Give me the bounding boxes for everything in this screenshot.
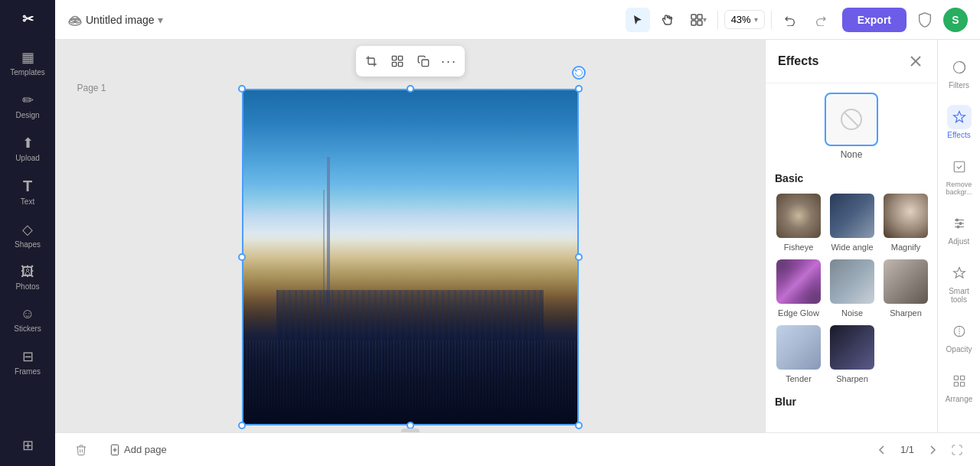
arrange-icon-bg [947, 369, 972, 393]
crop-button[interactable] [359, 49, 384, 73]
export-button[interactable]: Export [842, 8, 906, 32]
handle-br[interactable] [575, 422, 583, 429]
effect-item-magnify[interactable]: Magnify [882, 192, 929, 252]
sidebar-item-design[interactable]: ✏ Design [5, 86, 51, 125]
handle-tr[interactable] [575, 85, 583, 93]
none-option: None [775, 93, 928, 160]
sidebar-item-templates[interactable]: ▦ Templates [5, 43, 51, 83]
hand-tool-button[interactable] [656, 8, 681, 32]
top-bar: Untitled image ▾ ▾ 43% ▾ [55, 0, 980, 40]
sidebar-item-frames[interactable]: ⊟ Frames [5, 342, 51, 382]
opacity-icon [952, 324, 966, 338]
svg-rect-11 [398, 56, 402, 60]
text-icon: T [23, 178, 32, 195]
effect-item-tender[interactable]: Tender [775, 324, 822, 383]
filters-icon-bg [947, 55, 972, 80]
adjust-label: Adjust [949, 237, 970, 246]
page-nav: 1/1 [871, 439, 968, 461]
undo-button[interactable] [778, 8, 802, 32]
magnify-thumbnail [882, 192, 929, 240]
canvas-image-container[interactable] [242, 89, 579, 425]
effect-item-fisheye[interactable]: Fisheye [775, 192, 822, 252]
page-next-button[interactable] [922, 439, 943, 461]
handle-tc[interactable] [407, 85, 414, 93]
effects-label: Effects [947, 131, 970, 139]
sidebar-item-stickers[interactable]: ☺ Stickers [5, 300, 51, 339]
duplicate-button[interactable] [411, 49, 436, 73]
icon-rail: Filters Effects Remove backgr... [937, 40, 980, 432]
svg-text:✂: ✂ [22, 11, 34, 27]
sidebar-item-photos[interactable]: 🖼 Photos [5, 258, 51, 297]
handle-ml[interactable] [238, 253, 246, 261]
more-icon: ⊞ [22, 437, 34, 454]
none-thumbnail[interactable] [825, 93, 878, 146]
pointer-icon [632, 14, 644, 26]
effect-item-sharpen[interactable]: Sharpen [882, 258, 929, 318]
pointer-tool-button[interactable] [626, 8, 650, 32]
separator-1 [717, 11, 718, 29]
handle-tl[interactable] [238, 85, 246, 93]
cloud-icon [67, 12, 83, 28]
smart-tools-icon [952, 266, 966, 280]
effect-item-edge-glow[interactable]: Edge Glow [775, 258, 822, 318]
handle-bl[interactable] [238, 422, 246, 429]
rail-item-arrange[interactable]: Arrange [940, 363, 978, 409]
magnify-label: Magnify [891, 243, 921, 252]
page-prev-button[interactable] [871, 439, 893, 461]
handle-mr[interactable] [575, 253, 583, 261]
fit-to-screen-button[interactable] [946, 439, 968, 461]
opacity-label: Opacity [946, 345, 972, 354]
add-page-label: Add page [124, 444, 167, 455]
effect-item-noise[interactable]: Noise [828, 258, 876, 318]
title-chevron[interactable]: ▾ [158, 14, 163, 26]
sidebar-item-more[interactable]: ⊞ [5, 431, 51, 460]
arrange-label: Arrange [946, 395, 973, 403]
sidebar-item-upload[interactable]: ⬆ Upload [5, 129, 51, 168]
fit-icon [951, 444, 963, 456]
remove-bg-icon-bg [947, 155, 972, 179]
sharpen-label: Sharpen [890, 308, 922, 318]
effects-icon [952, 110, 966, 124]
user-avatar[interactable]: S [943, 8, 968, 32]
delete-page-button[interactable] [67, 439, 95, 461]
sharpen-thumbnail [882, 258, 929, 305]
opacity-icon-bg [947, 319, 972, 344]
zoom-value: 43% [731, 14, 751, 25]
sidebar-item-text[interactable]: T Text [5, 171, 51, 212]
sharpen2-thumbnail [828, 324, 876, 371]
view-mode-button[interactable]: ▾ [687, 8, 711, 32]
effects-close-button[interactable] [906, 52, 925, 70]
add-page-icon [109, 444, 121, 456]
more-options-button[interactable]: ··· [437, 49, 462, 73]
redo-icon [815, 14, 827, 26]
rail-item-filters[interactable]: Filters [940, 49, 978, 96]
svg-point-25 [959, 223, 962, 225]
handle-rotate[interactable] [572, 66, 586, 80]
rail-item-effects[interactable]: Effects [940, 99, 978, 145]
effects-header: Effects [766, 40, 937, 83]
remove-bg-icon [952, 160, 966, 174]
effect-item-wide-angle[interactable]: Wide angle [828, 192, 876, 252]
rail-item-adjust[interactable]: Adjust [940, 205, 978, 252]
effects-panel: Effects None Basic [765, 40, 937, 432]
grid-view-icon [691, 14, 703, 26]
fisheye-thumbnail [775, 192, 822, 240]
rail-item-smart-tools[interactable]: Smart tools [940, 255, 978, 310]
svg-rect-7 [697, 15, 702, 19]
file-name[interactable]: Untitled image ▾ [67, 12, 163, 28]
effect-item-sharpen2[interactable]: Sharpen [828, 324, 876, 383]
redo-button[interactable] [808, 8, 833, 32]
zoom-control[interactable]: 43% ▾ [724, 10, 765, 29]
svg-marker-20 [953, 112, 965, 122]
add-page-button[interactable]: Add page [101, 439, 175, 461]
group-button[interactable] [385, 49, 410, 73]
effects-icon-bg [947, 105, 972, 129]
rail-item-opacity[interactable]: Opacity [940, 313, 978, 360]
tender-label: Tender [786, 374, 812, 383]
sidebar-item-shapes[interactable]: ◇ Shapes [5, 215, 51, 255]
page-label: Page 1 [77, 83, 106, 93]
adjust-icon-bg [947, 211, 972, 236]
rail-item-remove-bg[interactable]: Remove backgr... [940, 148, 978, 202]
svg-rect-10 [392, 56, 396, 60]
wide-angle-thumbnail [828, 192, 876, 240]
